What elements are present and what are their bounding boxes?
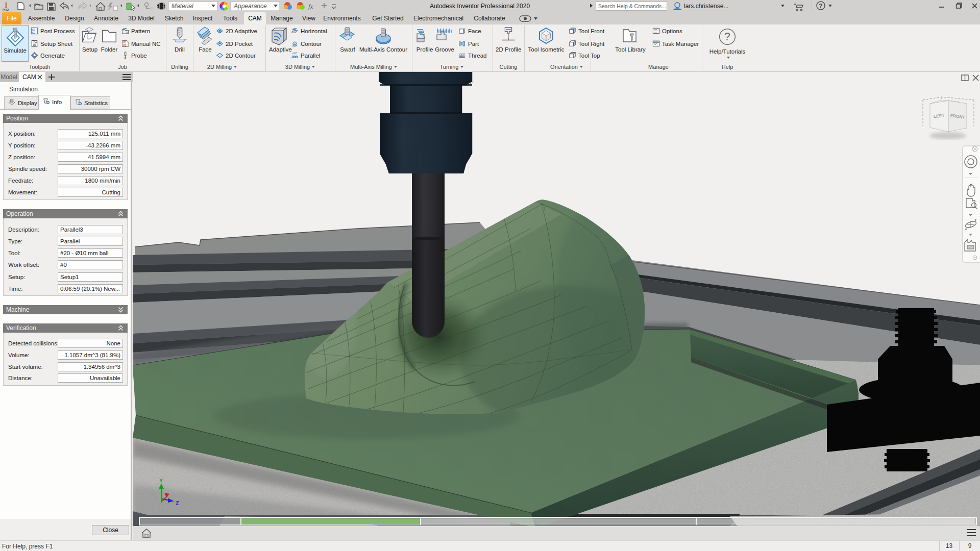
svg-text:lars.christense...: lars.christense... [684, 3, 728, 10]
svg-text:Material: Material [172, 3, 193, 10]
svg-text:Appearance: Appearance [233, 3, 267, 10]
svg-text:fx: fx [308, 3, 313, 10]
svg-text:Y: Y [159, 478, 163, 484]
svg-text:PRO: PRO [3, 8, 9, 11]
svg-text:?: ? [819, 3, 822, 10]
svg-text:Z: Z [176, 500, 179, 506]
